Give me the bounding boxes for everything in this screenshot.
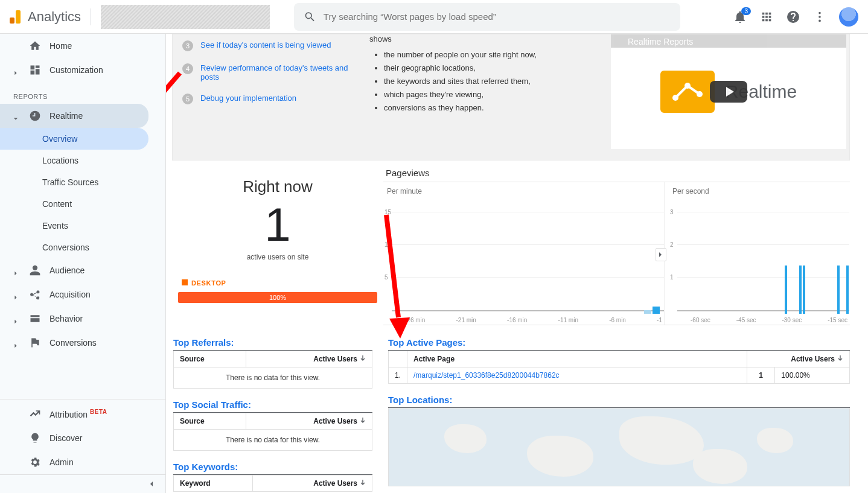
- overflow-menu-button[interactable]: [812, 10, 827, 24]
- table-row[interactable]: 1. /marquiz/step1_60336f8e25d8200044b786…: [389, 367, 850, 384]
- no-data-text: There is no data for this view.: [173, 430, 372, 451]
- sort-desc-icon: [360, 479, 366, 485]
- right-now-label: Right now: [172, 177, 383, 196]
- intro-bullet: their geographic locations,: [384, 62, 598, 75]
- col-header[interactable]: Source: [174, 351, 246, 367]
- chart-toggle-button[interactable]: [656, 248, 666, 261]
- top-referrals-table: Source Active Users: [173, 351, 372, 367]
- tip-link[interactable]: See if today's content is being viewed: [200, 40, 331, 49]
- notifications-button[interactable]: 3: [733, 10, 747, 24]
- bar: [837, 266, 840, 314]
- locations-map[interactable]: [388, 408, 850, 486]
- tip-number-icon: 4: [182, 63, 193, 74]
- sidebar-item-behavior[interactable]: Behavior: [0, 307, 165, 331]
- sidebar-item-label: Conversions: [42, 243, 89, 252]
- top-keywords-block: Top Keywords: Keyword Active Users: [173, 462, 372, 492]
- header-right: 3: [733, 7, 858, 27]
- pageviews-card: Pageviews Per minute 15 10 5: [383, 168, 850, 325]
- col-header[interactable]: Active Users: [747, 351, 850, 367]
- search-input[interactable]: [324, 11, 671, 22]
- sort-desc-icon: [360, 417, 366, 423]
- beta-badge: BETA: [90, 409, 107, 415]
- caret-right-icon: [13, 292, 18, 297]
- sidebar-item-realtime-conversions[interactable]: Conversions: [0, 237, 165, 258]
- sidebar-item-realtime-locations[interactable]: Locations: [0, 150, 165, 171]
- tables-row: Top Referrals: Source Active Users There…: [173, 337, 850, 492]
- sidebar-item-realtime-overview[interactable]: Overview: [0, 128, 148, 150]
- caret-right-icon: [13, 68, 18, 72]
- sidebar-item-attribution[interactable]: AttributionBETA: [0, 402, 165, 426]
- active-users-count: 1: [172, 201, 383, 248]
- col-header[interactable]: Active Users: [253, 476, 372, 492]
- ga-logo-icon: [10, 10, 23, 24]
- col-header[interactable]: Active Page: [407, 351, 747, 367]
- video-thumb[interactable]: Realtime Reports Realtime: [611, 34, 846, 149]
- chevron-right-icon: [659, 252, 663, 258]
- apps-button[interactable]: [759, 10, 774, 24]
- sidebar-item-label: Content: [42, 199, 72, 209]
- realtime-row: Right now 1 active users on site DESKTOP…: [172, 168, 850, 325]
- col-header[interactable]: Active Users: [246, 413, 372, 430]
- caret-right-icon: [13, 316, 18, 321]
- search-box[interactable]: [294, 3, 680, 31]
- play-button-icon[interactable]: [710, 81, 747, 103]
- sidebar-item-acquisition[interactable]: Acquisition: [0, 282, 165, 307]
- no-data-text: There is no data for this view.: [173, 367, 372, 389]
- sidebar-item-label: AttributionBETA: [49, 409, 107, 419]
- legend-swatch-icon: [182, 279, 188, 285]
- product-name: Analytics: [28, 9, 81, 25]
- chart-sub: Per second: [669, 187, 850, 198]
- sidebar-item-label: Overview: [42, 134, 77, 144]
- block-title: Top Referrals:: [173, 337, 372, 351]
- more-vert-icon: [813, 10, 826, 24]
- col-header[interactable]: Keyword: [174, 476, 253, 492]
- page-link[interactable]: /marquiz/step1_60336f8e25d8200044b7862c: [413, 371, 560, 380]
- tip-link[interactable]: Debug your implementation: [200, 94, 296, 103]
- sidebar-section-reports: REPORTS: [0, 82, 165, 104]
- sidebar-item-admin[interactable]: Admin: [0, 450, 165, 474]
- top-social-table: Source Active Users: [173, 413, 372, 430]
- sort-desc-icon: [837, 355, 843, 361]
- sidebar-item-discover[interactable]: Discover: [0, 426, 165, 450]
- help-button[interactable]: [786, 10, 800, 24]
- sidebar-item-realtime-traffic-sources[interactable]: Traffic Sources: [0, 171, 165, 193]
- x-axis: -60 sec -45 sec -30 sec -15 sec: [691, 317, 847, 323]
- caret-right-icon: [13, 268, 18, 273]
- sidebar-item-realtime-content[interactable]: Content: [0, 193, 165, 215]
- sidebar-collapse-button[interactable]: [0, 474, 165, 493]
- divider: [91, 8, 91, 25]
- sidebar-item-realtime[interactable]: Realtime: [0, 104, 148, 128]
- sidebar-item-realtime-events[interactable]: Events: [0, 215, 165, 237]
- intro-bullet: conversions as they happen.: [384, 101, 598, 115]
- tip-item[interactable]: 5 Debug your implementation: [177, 87, 355, 110]
- svg-point-0: [819, 11, 821, 14]
- avatar[interactable]: [839, 7, 858, 27]
- tip-link[interactable]: Review performance of today's tweets and…: [200, 63, 350, 81]
- sidebar-item-conversions[interactable]: Conversions: [0, 331, 165, 355]
- sidebar-item-audience[interactable]: Audience: [0, 258, 165, 282]
- apps-icon: [760, 10, 773, 24]
- caret-right-icon: [13, 340, 18, 345]
- intro-bullet: which pages they're viewing,: [384, 88, 598, 101]
- intro-bullet: the keywords and sites that referred the…: [384, 75, 598, 88]
- top-referrals-block: Top Referrals: Source Active Users There…: [173, 337, 372, 389]
- sidebar-item-home[interactable]: Home: [0, 34, 165, 58]
- ga-logo-icon-large: [660, 71, 715, 113]
- svg-point-2: [819, 19, 821, 22]
- sidebar-item-customization[interactable]: Customization: [0, 58, 165, 82]
- account-selector-redacted[interactable]: [101, 5, 270, 29]
- bar: [653, 307, 660, 314]
- col-header[interactable]: Active Users: [246, 351, 372, 367]
- col-header[interactable]: Source: [174, 413, 246, 430]
- x-axis: -26 min -21 min -16 min -11 min -6 min -…: [405, 317, 662, 323]
- intro-text: shows: [369, 34, 598, 43]
- tip-item[interactable]: 4 Review performance of today's tweets a…: [177, 57, 355, 87]
- top-header: Analytics 3: [0, 0, 868, 34]
- logo-block[interactable]: Analytics: [10, 9, 81, 25]
- sidebar-item-label: Admin: [49, 457, 74, 467]
- help-icon: [786, 10, 800, 24]
- top-active-pages-block: Top Active Pages: Active Page Active Use…: [388, 337, 850, 384]
- sidebar-item-label: Traffic Sources: [42, 177, 98, 187]
- gear-icon: [29, 456, 41, 468]
- tip-item[interactable]: 3 See if today's content is being viewed: [177, 34, 355, 57]
